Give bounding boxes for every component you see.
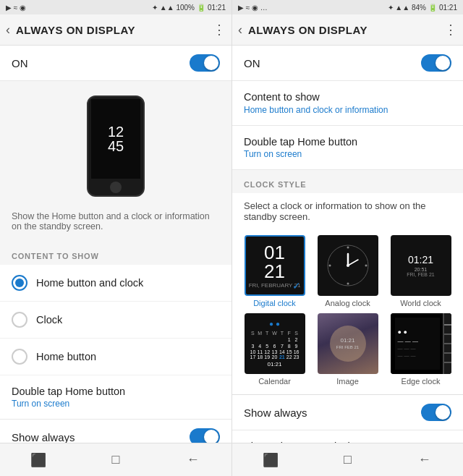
left-toggle-row: ON <box>0 46 232 81</box>
phone-screen: 12 45 <box>91 99 140 179</box>
clock-item-analog[interactable]: Analog clock <box>314 235 381 307</box>
radio-circle-home-clock <box>12 275 27 291</box>
clock-item-digital[interactable]: 01 21 FRI, FEBRUARY 21 ✓ Digital clock <box>241 235 308 307</box>
svg-point-7 <box>328 265 331 267</box>
left-double-tap-item[interactable]: Double tap Home button Turn on screen <box>0 375 232 420</box>
radio-circle-clock <box>12 312 27 328</box>
left-double-tap-subtitle: Turn on screen <box>12 399 220 409</box>
clock-thumb-analog <box>318 235 378 296</box>
radio-label-clock: Clock <box>36 314 62 326</box>
clock-name-world: World clock <box>400 299 441 307</box>
right-content: ON Content to show Home button and clock… <box>232 46 463 443</box>
right-battery-icon: 🔋 <box>428 4 437 12</box>
left-status-left: ▶ ≈ ◉ <box>6 4 26 12</box>
left-double-tap-title: Double tap Home button <box>12 386 220 397</box>
right-back-button[interactable]: ‹ <box>238 22 242 38</box>
clock-thumb-world: 01:21 20:51 FRI, FEB 21 <box>391 235 451 296</box>
right-time: 01:21 <box>439 4 457 12</box>
right-toggle-row: ON <box>232 46 463 81</box>
right-panel: ▶ ≈ ◉ … ✦ ▲▲ 84% 🔋 01:21 ‹ ALWAYS ON DIS… <box>232 0 463 476</box>
left-content: ON 12 45 Show the Home button and a cloc… <box>0 46 232 443</box>
left-radio-list: Home button and clock Clock Home button <box>0 265 232 375</box>
left-nav-recent[interactable]: ⬛ <box>24 449 53 471</box>
right-notif-icons: ▶ ≈ ◉ … <box>238 4 268 12</box>
right-status-bar: ▶ ≈ ◉ … ✦ ▲▲ 84% 🔋 01:21 <box>232 0 463 14</box>
right-bottom-nav: ⬛ □ ← <box>232 443 463 476</box>
right-toggle-label: ON <box>244 57 260 69</box>
left-show-always-row: Show always <box>0 420 232 443</box>
left-more-button[interactable]: ⋮ <box>213 22 226 38</box>
left-time: 01:21 <box>208 4 226 12</box>
right-header: ‹ ALWAYS ON DISPLAY ⋮ <box>232 14 463 46</box>
left-toggle-label: ON <box>12 57 28 69</box>
phone-mockup: 12 45 <box>87 95 145 197</box>
left-show-always-label: Show always <box>12 431 75 443</box>
radio-item-home[interactable]: Home button <box>0 339 232 375</box>
svg-line-3 <box>348 260 358 265</box>
right-toggle-switch[interactable] <box>421 54 451 72</box>
radio-circle-home <box>12 349 27 365</box>
left-signal-icons: ✦ ▲▲ 100% <box>152 4 195 12</box>
left-show-always-toggle[interactable] <box>190 428 220 443</box>
left-section-header: CONTENT TO SHOW <box>0 242 232 265</box>
left-status-bar: ▶ ≈ ◉ ✦ ▲▲ 100% 🔋 01:21 <box>0 0 232 14</box>
clock-item-calendar[interactable]: ● ● SMTWTFS 12 3456789 10111213141516 17… <box>241 313 308 386</box>
left-back-button[interactable]: ‹ <box>6 22 10 38</box>
left-phone-preview: 12 45 <box>0 81 232 204</box>
left-description: Show the Home button and a clock or info… <box>0 204 232 242</box>
left-panel: ▶ ≈ ◉ ✦ ▲▲ 100% 🔋 01:21 ‹ ALWAYS ON DISP… <box>0 0 232 476</box>
right-clock-style-header: CLOCK STYLE <box>232 170 463 193</box>
right-status-left: ▶ ≈ ◉ … <box>238 4 268 12</box>
left-nav-back[interactable]: ← <box>179 449 208 471</box>
left-status-right: ✦ ▲▲ 100% 🔋 01:21 <box>152 4 226 12</box>
right-status-right: ✦ ▲▲ 84% 🔋 01:21 <box>388 4 457 12</box>
clock-name-edge: Edge clock <box>402 377 441 386</box>
right-about-item[interactable]: About Always On Display <box>232 430 463 443</box>
right-cts-subtitle: Home button and clock or information <box>244 105 451 115</box>
right-cts-title: Content to show <box>244 91 451 103</box>
left-notif-icons: ▶ ≈ ◉ <box>6 4 26 12</box>
right-content-to-show[interactable]: Content to show Home button and clock or… <box>232 81 463 126</box>
right-clock-grid: 01 21 FRI, FEBRUARY 21 ✓ Digital clock <box>232 229 463 394</box>
left-header: ‹ ALWAYS ON DISPLAY ⋮ <box>0 14 232 46</box>
digital-check-icon: ✓ <box>292 280 301 292</box>
left-bottom-nav: ⬛ □ ← <box>0 443 232 476</box>
right-double-tap-subtitle: Turn on screen <box>244 149 451 159</box>
left-nav-home[interactable]: □ <box>101 449 130 471</box>
clock-thumb-digital: 01 21 FRI, FEBRUARY 21 ✓ <box>245 235 305 296</box>
right-nav-recent[interactable]: ⬛ <box>256 449 285 471</box>
phone-home-button <box>110 182 122 193</box>
phone-time-display: 12 45 <box>108 124 124 153</box>
right-show-always-row: Show always <box>232 394 463 430</box>
right-nav-back[interactable]: ← <box>410 449 439 471</box>
clock-thumb-calendar: ● ● SMTWTFS 12 3456789 10111213141516 17… <box>245 313 305 374</box>
clock-name-analog: Analog clock <box>325 299 370 307</box>
clock-name-calendar: Calendar <box>258 377 291 386</box>
left-toggle-switch[interactable] <box>190 54 220 72</box>
clock-item-edge[interactable]: ● ● — — — — — — — — — <box>387 313 454 386</box>
right-page-title: ALWAYS ON DISPLAY <box>248 24 438 36</box>
svg-point-6 <box>347 283 349 285</box>
right-show-always-label: Show always <box>244 407 307 419</box>
right-double-tap-title: Double tap Home button <box>244 136 451 148</box>
left-page-title: ALWAYS ON DISPLAY <box>16 24 207 36</box>
right-more-button[interactable]: ⋮ <box>444 22 457 38</box>
right-show-always-toggle[interactable] <box>421 404 451 421</box>
world-clock-face: 01:21 20:51 FRI, FEB 21 <box>407 254 435 277</box>
svg-point-4 <box>347 247 349 249</box>
radio-item-home-clock[interactable]: Home button and clock <box>0 265 232 302</box>
right-double-tap-item[interactable]: Double tap Home button Turn on screen <box>232 126 463 170</box>
calendar-face: ● ● SMTWTFS 12 3456789 10111213141516 17… <box>247 317 303 370</box>
radio-label-home-clock: Home button and clock <box>36 277 143 289</box>
image-face: 01:21FRI FEB 21 <box>318 313 378 374</box>
clock-name-image: Image <box>336 377 359 386</box>
radio-item-clock[interactable]: Clock <box>0 302 232 339</box>
radio-label-home: Home button <box>36 351 96 362</box>
clock-item-world[interactable]: 01:21 20:51 FRI, FEB 21 World clock <box>387 235 454 307</box>
analog-clock-svg <box>326 244 370 287</box>
clock-item-image[interactable]: 01:21FRI FEB 21 Image <box>314 313 381 386</box>
clock-thumb-image: 01:21FRI FEB 21 <box>318 313 378 374</box>
clock-name-digital: Digital clock <box>253 299 296 307</box>
right-nav-home[interactable]: □ <box>333 449 362 471</box>
right-clock-style-desc: Select a clock or information to show on… <box>232 193 463 229</box>
